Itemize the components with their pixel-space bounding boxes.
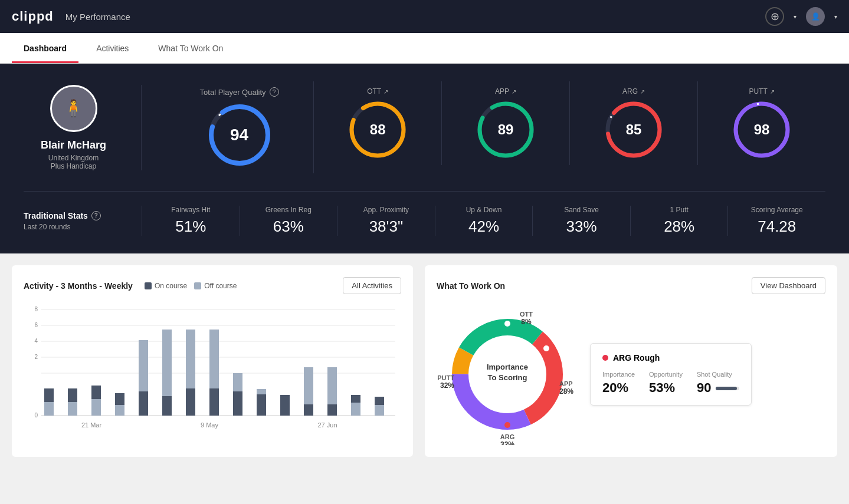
putt-label: PUTT ↗ <box>749 87 774 95</box>
rec-title: ARG Rough <box>602 353 739 363</box>
rec-dot <box>602 355 608 361</box>
view-dashboard-button[interactable]: View Dashboard <box>752 277 825 294</box>
svg-text:6: 6 <box>34 322 38 328</box>
shot-quality-bar <box>716 387 739 390</box>
app-ring: 89 <box>476 100 535 159</box>
avatar-icon: 👤 <box>811 12 820 21</box>
bottom-panels: Activity - 3 Months - Weekly On course O… <box>0 253 849 469</box>
player-scores-row: 🧍 Blair McHarg United Kingdom Plus Handi… <box>24 81 825 192</box>
avatar: 🧍 <box>50 85 97 132</box>
tab-what-to-work-on[interactable]: What To Work On <box>146 33 235 63</box>
svg-text:4: 4 <box>34 338 38 344</box>
svg-rect-30 <box>115 405 124 416</box>
svg-rect-50 <box>351 403 360 416</box>
svg-rect-51 <box>351 395 360 403</box>
rec-stat-opportunity: Opportunity 53% <box>649 371 683 396</box>
svg-rect-52 <box>375 405 384 416</box>
ott-ring: 88 <box>348 100 407 159</box>
hero-section: 🧍 Blair McHarg United Kingdom Plus Handi… <box>0 64 849 253</box>
app-score: 89 <box>498 121 514 138</box>
nav-right: ⊕ ▾ 👤 ▾ <box>765 7 837 26</box>
arg-label: ARG ↗ <box>622 87 645 95</box>
svg-text:9 May: 9 May <box>201 421 218 429</box>
app-trend: ↗ <box>512 88 516 95</box>
svg-text:APP: APP <box>559 380 573 387</box>
svg-point-64 <box>504 422 510 428</box>
arg-trend: ↗ <box>640 88 645 95</box>
work-on-content: Importance To Scoring OTT 8% APP 28% ARG… <box>437 304 825 445</box>
add-button[interactable]: ⊕ <box>765 7 784 26</box>
stat-up-down: Up & Down 42% <box>435 206 533 236</box>
chart-area: 8 6 4 2 0 <box>24 304 401 433</box>
traditional-stats-row: Traditional Stats ? Last 20 rounds Fairw… <box>24 192 825 236</box>
svg-text:32%: 32% <box>500 440 514 445</box>
all-activities-button[interactable]: All Activities <box>343 277 401 294</box>
svg-text:27 Jun: 27 Jun <box>317 421 337 429</box>
svg-point-62 <box>543 345 549 351</box>
svg-rect-31 <box>115 393 124 405</box>
svg-rect-39 <box>209 388 219 416</box>
svg-rect-53 <box>375 397 384 405</box>
stats-label-col: Traditional Stats ? Last 20 rounds <box>24 211 142 231</box>
tpq-help-icon[interactable]: ? <box>270 87 279 97</box>
off-course-dot <box>194 282 201 289</box>
avatar[interactable]: 👤 <box>806 7 825 26</box>
svg-rect-45 <box>280 395 290 416</box>
stat-scoring-average: Scoring Average 74.28 <box>727 206 825 236</box>
legend-off-course: Off course <box>194 282 237 290</box>
stats-label: Traditional Stats ? <box>24 211 124 220</box>
recommendation-card: ARG Rough Importance 20% Opportunity 53%… <box>590 343 752 406</box>
svg-rect-28 <box>91 399 101 416</box>
ott-label: OTT ↗ <box>367 87 388 95</box>
svg-text:28%: 28% <box>559 387 573 396</box>
donut-chart-svg: Importance To Scoring OTT 8% APP 28% ARG… <box>437 304 578 445</box>
work-on-header: What To Work On View Dashboard <box>437 277 825 294</box>
svg-rect-35 <box>162 396 172 416</box>
arg-score: 85 <box>626 121 642 138</box>
svg-text:2: 2 <box>34 354 38 360</box>
top-nav: clippd My Performance ⊕ ▾ 👤 ▾ <box>0 0 849 33</box>
donut-chart-area: Importance To Scoring OTT 8% APP 28% ARG… <box>437 304 578 445</box>
svg-text:32%: 32% <box>440 381 454 390</box>
logo: clippd <box>12 9 54 24</box>
stats-sublabel: Last 20 rounds <box>24 223 124 231</box>
tpq-score: 94 <box>230 126 248 144</box>
tpq-label: Total Player Quality ? <box>200 87 279 97</box>
svg-text:OTT: OTT <box>520 311 533 318</box>
svg-rect-47 <box>304 404 313 416</box>
svg-rect-37 <box>186 388 195 416</box>
svg-text:0: 0 <box>34 412 38 419</box>
svg-rect-25 <box>44 388 54 402</box>
rec-stat-importance: Importance 20% <box>602 371 635 396</box>
svg-rect-43 <box>257 394 266 416</box>
tab-dashboard[interactable]: Dashboard <box>12 33 78 63</box>
player-name: Blair McHarg <box>41 139 106 151</box>
ott-ring-container: OTT ↗ 88 <box>314 81 442 165</box>
tab-activities[interactable]: Activities <box>84 33 140 63</box>
putt-ring: 98 <box>732 100 791 159</box>
activity-chart-svg: 8 6 4 2 0 <box>24 304 401 433</box>
svg-text:8: 8 <box>34 306 38 312</box>
svg-text:To Scoring: To Scoring <box>488 373 527 382</box>
add-dropdown-arrow[interactable]: ▾ <box>794 14 796 20</box>
rec-stats: Importance 20% Opportunity 53% Shot Qual… <box>602 371 739 396</box>
tpq-ring: 94 <box>207 103 272 167</box>
svg-text:PUTT: PUTT <box>437 374 454 381</box>
svg-text:ARG: ARG <box>500 433 514 440</box>
tabs-bar: Dashboard Activities What To Work On <box>0 33 849 64</box>
putt-ring-container: PUTT ↗ 98 <box>698 81 825 165</box>
avatar-dropdown-arrow[interactable]: ▾ <box>834 14 837 20</box>
stats-help-icon[interactable]: ? <box>91 211 101 220</box>
stat-1-putt: 1 Putt 28% <box>630 206 728 236</box>
svg-text:21 Mar: 21 Mar <box>81 421 102 429</box>
app-ring-container: APP ↗ 89 <box>442 81 570 165</box>
player-handicap: Plus Handicap <box>51 162 96 170</box>
activity-panel-header: Activity - 3 Months - Weekly On course O… <box>24 277 401 294</box>
work-on-title: What To Work On <box>437 281 505 291</box>
plus-icon: ⊕ <box>771 10 779 23</box>
arg-ring: 85 <box>604 100 663 159</box>
svg-rect-41 <box>233 391 242 416</box>
svg-rect-49 <box>327 404 337 416</box>
nav-title: My Performance <box>65 12 130 22</box>
nav-left: clippd My Performance <box>12 9 130 24</box>
